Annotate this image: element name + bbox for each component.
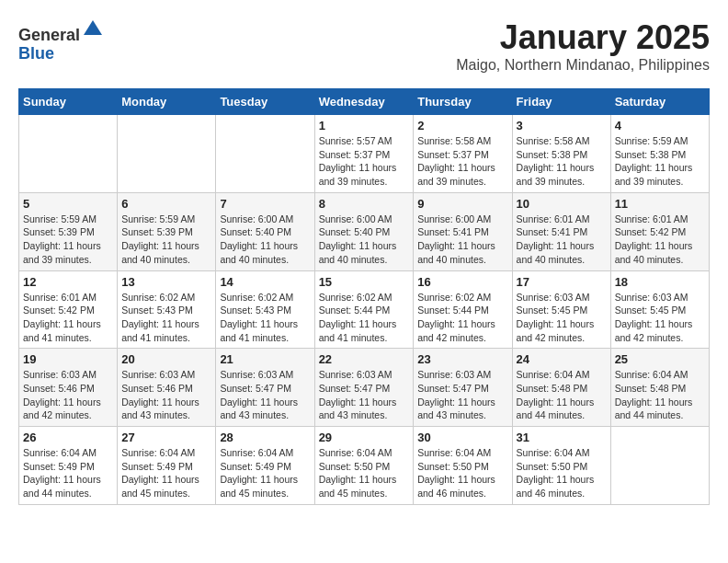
weekday-header-friday: Friday: [512, 89, 610, 115]
day-number: 20: [121, 352, 211, 366]
weekday-header-sunday: Sunday: [19, 89, 118, 115]
calendar-cell: 15Sunrise: 6:02 AMSunset: 5:44 PMDayligh…: [314, 270, 414, 349]
day-info: Sunrise: 5:58 AMSunset: 5:37 PMDaylight:…: [417, 134, 507, 189]
day-number: 28: [220, 431, 310, 444]
calendar-cell: 12Sunrise: 6:01 AMSunset: 5:42 PMDayligh…: [19, 270, 118, 349]
day-info: Sunrise: 6:00 AMSunset: 5:41 PMDaylight:…: [417, 213, 507, 267]
day-info: Sunrise: 6:02 AMSunset: 5:44 PMDaylight:…: [417, 291, 507, 345]
day-number: 30: [417, 431, 507, 444]
calendar-cell: 10Sunrise: 6:01 AMSunset: 5:41 PMDayligh…: [512, 192, 610, 270]
day-info: Sunrise: 6:03 AMSunset: 5:47 PMDaylight:…: [220, 368, 310, 422]
day-number: 15: [319, 275, 410, 289]
day-info: Sunrise: 6:03 AMSunset: 5:46 PMDaylight:…: [23, 368, 113, 422]
day-number: 12: [23, 275, 113, 289]
calendar-cell: 28Sunrise: 6:04 AMSunset: 5:49 PMDayligh…: [216, 427, 314, 505]
calendar-cell: 6Sunrise: 5:59 AMSunset: 5:39 PMDaylight…: [118, 192, 216, 270]
weekday-header-thursday: Thursday: [414, 89, 512, 115]
day-number: 23: [417, 352, 507, 366]
logo-blue: Blue: [18, 44, 54, 63]
day-number: 27: [121, 431, 211, 444]
calendar-cell: 9Sunrise: 6:00 AMSunset: 5:41 PMDaylight…: [414, 192, 512, 270]
calendar-week-2: 5Sunrise: 5:59 AMSunset: 5:39 PMDaylight…: [19, 192, 710, 270]
calendar-cell: 20Sunrise: 6:03 AMSunset: 5:46 PMDayligh…: [118, 349, 216, 427]
day-info: Sunrise: 5:59 AMSunset: 5:39 PMDaylight:…: [121, 213, 211, 267]
calendar-cell: 30Sunrise: 6:04 AMSunset: 5:50 PMDayligh…: [414, 427, 512, 505]
day-number: 3: [517, 119, 607, 132]
weekday-header-wednesday: Wednesday: [314, 89, 414, 115]
day-info: Sunrise: 6:00 AMSunset: 5:40 PMDaylight:…: [220, 213, 310, 267]
calendar-cell: 31Sunrise: 6:04 AMSunset: 5:50 PMDayligh…: [512, 427, 610, 505]
calendar-cell: 22Sunrise: 6:03 AMSunset: 5:47 PMDayligh…: [314, 349, 414, 427]
day-number: 19: [23, 352, 113, 366]
calendar-cell: [19, 115, 118, 193]
calendar-cell: 27Sunrise: 6:04 AMSunset: 5:49 PMDayligh…: [118, 427, 216, 505]
calendar-cell: 13Sunrise: 6:02 AMSunset: 5:43 PMDayligh…: [118, 270, 216, 349]
calendar-week-1: 1Sunrise: 5:57 AMSunset: 5:37 PMDaylight…: [19, 115, 710, 193]
day-number: 25: [615, 352, 705, 366]
day-number: 2: [417, 119, 507, 132]
day-number: 8: [319, 197, 410, 211]
day-number: 24: [517, 352, 607, 366]
calendar-cell: [610, 427, 709, 505]
day-info: Sunrise: 6:01 AMSunset: 5:42 PMDaylight:…: [23, 291, 113, 345]
day-number: 1: [319, 119, 410, 132]
calendar-cell: [216, 115, 314, 193]
day-number: 31: [517, 431, 607, 444]
day-info: Sunrise: 6:02 AMSunset: 5:44 PMDaylight:…: [319, 291, 410, 345]
calendar-cell: 2Sunrise: 5:58 AMSunset: 5:37 PMDaylight…: [414, 115, 512, 193]
day-info: Sunrise: 5:57 AMSunset: 5:37 PMDaylight:…: [319, 134, 410, 189]
day-info: Sunrise: 6:03 AMSunset: 5:46 PMDaylight:…: [121, 368, 211, 422]
day-info: Sunrise: 6:03 AMSunset: 5:45 PMDaylight:…: [615, 291, 705, 345]
calendar-cell: 1Sunrise: 5:57 AMSunset: 5:37 PMDaylight…: [314, 115, 414, 193]
logo-general: General: [18, 26, 80, 44]
calendar-cell: 3Sunrise: 5:58 AMSunset: 5:38 PMDaylight…: [512, 115, 610, 193]
day-number: 5: [23, 197, 113, 211]
calendar-cell: 18Sunrise: 6:03 AMSunset: 5:45 PMDayligh…: [610, 270, 709, 349]
day-number: 7: [220, 197, 310, 211]
page-header: General Blue January 2025 Maigo, Norther…: [18, 18, 710, 74]
day-info: Sunrise: 6:01 AMSunset: 5:42 PMDaylight:…: [615, 213, 705, 267]
month-title: January 2025: [456, 18, 710, 57]
weekday-header-tuesday: Tuesday: [216, 89, 314, 115]
calendar-cell: 23Sunrise: 6:03 AMSunset: 5:47 PMDayligh…: [414, 349, 512, 427]
day-info: Sunrise: 5:58 AMSunset: 5:38 PMDaylight:…: [517, 134, 607, 189]
day-info: Sunrise: 6:04 AMSunset: 5:50 PMDaylight:…: [319, 446, 410, 500]
calendar-week-4: 19Sunrise: 6:03 AMSunset: 5:46 PMDayligh…: [19, 349, 710, 427]
weekday-header-saturday: Saturday: [610, 89, 709, 115]
calendar-cell: 26Sunrise: 6:04 AMSunset: 5:49 PMDayligh…: [19, 427, 118, 505]
day-info: Sunrise: 6:04 AMSunset: 5:48 PMDaylight:…: [517, 368, 607, 422]
svg-marker-0: [84, 20, 102, 35]
day-number: 4: [615, 119, 705, 132]
calendar-cell: 16Sunrise: 6:02 AMSunset: 5:44 PMDayligh…: [414, 270, 512, 349]
day-number: 16: [417, 275, 507, 289]
calendar-cell: 5Sunrise: 5:59 AMSunset: 5:39 PMDaylight…: [19, 192, 118, 270]
day-info: Sunrise: 6:02 AMSunset: 5:43 PMDaylight:…: [121, 291, 211, 345]
day-info: Sunrise: 6:04 AMSunset: 5:50 PMDaylight:…: [517, 446, 607, 500]
day-number: 21: [220, 352, 310, 366]
day-number: 26: [23, 431, 113, 444]
calendar-cell: 8Sunrise: 6:00 AMSunset: 5:40 PMDaylight…: [314, 192, 414, 270]
day-info: Sunrise: 6:03 AMSunset: 5:47 PMDaylight:…: [417, 368, 507, 422]
calendar-cell: 17Sunrise: 6:03 AMSunset: 5:45 PMDayligh…: [512, 270, 610, 349]
calendar-cell: [118, 115, 216, 193]
day-info: Sunrise: 6:04 AMSunset: 5:48 PMDaylight:…: [615, 368, 705, 422]
day-info: Sunrise: 6:04 AMSunset: 5:50 PMDaylight:…: [417, 446, 507, 500]
calendar-week-3: 12Sunrise: 6:01 AMSunset: 5:42 PMDayligh…: [19, 270, 710, 349]
calendar-cell: 21Sunrise: 6:03 AMSunset: 5:47 PMDayligh…: [216, 349, 314, 427]
day-number: 17: [517, 275, 607, 289]
day-number: 10: [517, 197, 607, 211]
calendar-cell: 11Sunrise: 6:01 AMSunset: 5:42 PMDayligh…: [610, 192, 709, 270]
day-info: Sunrise: 6:03 AMSunset: 5:47 PMDaylight:…: [319, 368, 410, 422]
weekday-header-row: SundayMondayTuesdayWednesdayThursdayFrid…: [19, 89, 710, 115]
logo-icon: [82, 18, 104, 40]
day-info: Sunrise: 5:59 AMSunset: 5:38 PMDaylight:…: [615, 134, 705, 189]
calendar-body: 1Sunrise: 5:57 AMSunset: 5:37 PMDaylight…: [19, 115, 710, 505]
day-number: 29: [319, 431, 410, 444]
weekday-header-monday: Monday: [118, 89, 216, 115]
day-number: 14: [220, 275, 310, 289]
calendar-cell: 19Sunrise: 6:03 AMSunset: 5:46 PMDayligh…: [19, 349, 118, 427]
location-title: Maigo, Northern Mindanao, Philippines: [456, 57, 710, 74]
day-info: Sunrise: 6:00 AMSunset: 5:40 PMDaylight:…: [319, 213, 410, 267]
calendar-table: SundayMondayTuesdayWednesdayThursdayFrid…: [18, 88, 710, 505]
day-info: Sunrise: 6:03 AMSunset: 5:45 PMDaylight:…: [517, 291, 607, 345]
